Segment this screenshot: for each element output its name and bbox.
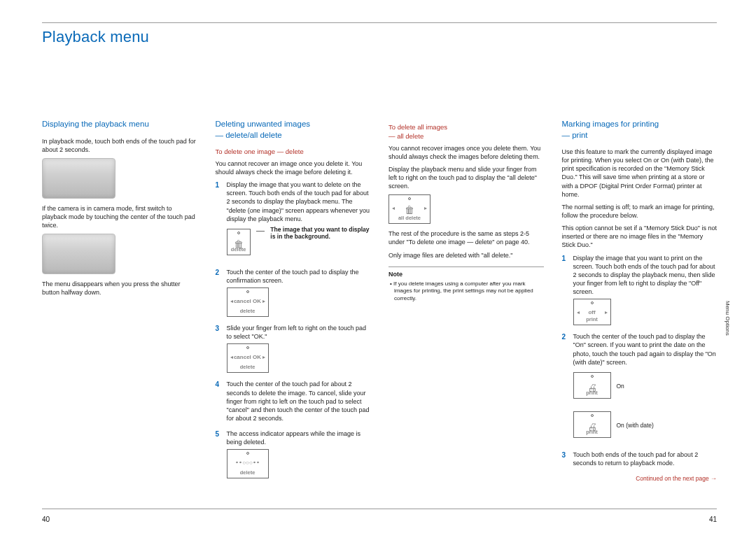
delete-icon-box: 🗑 delete (227, 229, 251, 255)
icon-caption: delete (227, 364, 268, 371)
page-number-left: 40 (42, 516, 50, 523)
step-text: Display the image that you want to print… (573, 255, 715, 296)
icon-label: On (617, 383, 624, 390)
note-rule (388, 267, 544, 267)
body-text: Display the playback menu and slide your… (388, 165, 544, 190)
print-on-date-icon-box: 🖨 print (573, 411, 611, 438)
chapter-title: Playback menu (42, 28, 149, 46)
section-heading: Deleting unwanted images — delete/all de… (216, 119, 371, 141)
heading-line: Marking images for printing (562, 120, 659, 128)
icon-mid: cancel OK (227, 354, 268, 362)
step-list: Display the image that you want to delet… (216, 180, 371, 478)
heading-line: To delete all images (388, 123, 447, 131)
icon-row: 🖨 print On (573, 369, 718, 404)
step-item: Display the image that you want to print… (562, 254, 718, 326)
print-off-icon-box: ◂▸ off print (573, 299, 611, 325)
heading-line: — delete/all delete (216, 131, 282, 139)
content-columns: Displaying the playback menu In playback… (42, 119, 717, 498)
body-text: In playback mode, touch both ends of the… (42, 137, 197, 154)
heading-line: Deleting unwanted images (216, 120, 311, 128)
step-list: Display the image that you want to print… (562, 254, 718, 468)
body-text: Only image files are deleted with "all d… (388, 251, 544, 260)
icon-caption: print (574, 429, 610, 436)
icon-caption: delete (227, 308, 268, 315)
step-item: Slide your finger from left to right on … (216, 324, 371, 373)
step-text: Touch the center of the touch pad for ab… (227, 381, 370, 422)
section-heading: Displaying the playback menu (42, 119, 197, 130)
heading-line: — all delete (388, 132, 424, 140)
step-item: Display the image that you want to delet… (216, 180, 371, 261)
col-1: Displaying the playback menu In playback… (42, 119, 197, 498)
section-heading: Marking images for printing — print (562, 119, 718, 141)
col-3: To delete all images — all delete You ca… (388, 119, 544, 498)
sub-heading: To delete all images — all delete (388, 123, 544, 141)
icon-label: On (with date) (617, 422, 654, 429)
access-icon-box: ∘∘○○○∘∘ delete (227, 449, 269, 478)
bottom-rule (42, 509, 717, 509)
callout-text: The image that you want to display is in… (270, 226, 370, 241)
icon-caption: print (574, 390, 610, 397)
ok-icon-box: ◂▸ cancel OK delete (227, 343, 269, 373)
top-rule (42, 22, 717, 23)
all-delete-icon-box: ◂▸ 🗑 all delete (388, 194, 430, 224)
step-text: Touch the center of the touch pad to dis… (227, 269, 359, 284)
confirm-icon-box: ◂▸ cancel OK delete (227, 287, 269, 317)
side-tab-label: Menu Options (724, 301, 731, 336)
icon-caption: delete (227, 246, 250, 253)
camera-photo-thumb (42, 158, 115, 199)
continued-text: Continued on the next page (636, 475, 708, 482)
body-text: Use this feature to mark the currently d… (562, 148, 718, 199)
body-text: You cannot recover images once you delet… (388, 144, 544, 161)
arrow-right-icon: → (710, 475, 717, 482)
step-item: Touch the center of the touch pad to dis… (562, 332, 718, 443)
step-text: The access indicator appears while the i… (227, 430, 361, 446)
note-title: Note (388, 270, 544, 278)
print-on-icon-box: 🖨 print (573, 372, 611, 399)
icon-mid: cancel OK (227, 298, 268, 306)
step-text: Display the image that you want to delet… (227, 181, 370, 222)
note-body: • If you delete images using a computer … (388, 280, 544, 302)
body-text: If the camera is in camera mode, first s… (42, 204, 197, 229)
continued-line: Continued on the next page → (562, 474, 718, 483)
body-text: This option cannot be set if a "Memory S… (562, 224, 718, 249)
manual-page-spread: Playback menu Displaying the playback me… (0, 0, 756, 540)
body-text: The rest of the procedure is the same as… (388, 229, 544, 246)
col-2: Deleting unwanted images — delete/all de… (216, 119, 371, 498)
step-item: Touch the center of the touch pad for ab… (216, 380, 371, 422)
icon-row: 🖨 print On (with date) (573, 408, 718, 443)
figure-callout: 🗑 delete The image that you want to disp… (227, 226, 371, 261)
step-item: The access indicator appears while the i… (216, 429, 371, 478)
step-item: Touch both ends of the touch pad for abo… (562, 450, 718, 467)
step-text: Slide your finger from left to right on … (227, 325, 367, 340)
step-item: Touch the center of the touch pad to dis… (216, 268, 371, 317)
body-text: You cannot recover an image once you del… (216, 159, 371, 176)
page-number-right: 41 (709, 516, 717, 523)
body-text: The normal setting is off; to mark an im… (562, 203, 718, 220)
callout-line (256, 231, 265, 232)
progress-dots-icon: ∘∘○○○∘∘ (227, 460, 268, 467)
step-text: Touch the center of the touch pad to dis… (573, 333, 716, 365)
sub-heading: To delete one image — delete (216, 148, 371, 157)
camera-photo-thumb (42, 234, 115, 274)
col-4: Marking images for printing — print Use … (562, 119, 718, 498)
heading-line: — print (562, 131, 588, 139)
icon-caption: delete (227, 469, 268, 476)
step-text: Touch both ends of the touch pad for abo… (573, 451, 699, 467)
icon-caption: print (574, 316, 610, 323)
body-text: The menu disappears when you press the s… (42, 280, 197, 297)
icon-caption: all delete (389, 215, 430, 222)
